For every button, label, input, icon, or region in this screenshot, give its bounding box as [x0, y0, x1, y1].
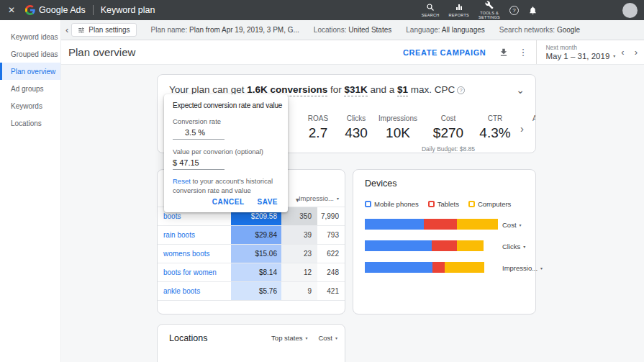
sidebar-item-keywords[interactable]: Keywords [0, 97, 60, 114]
plan-name-value: Plan from Apr 19, 2019, 3 PM, G... [189, 26, 299, 34]
headline-cost[interactable]: $31K [344, 84, 367, 96]
plan-settings-bar: ‹ Plan settings Plan name: Plan from Apr… [61, 20, 644, 40]
collapse-chevron-icon[interactable]: ‹ [65, 27, 68, 34]
top-app-bar: ✕ Google Ads Keyword plan SEARCH REPORTS… [0, 0, 644, 20]
sliders-icon [78, 27, 85, 34]
conversion-rate-input[interactable]: 3.5 % [173, 126, 225, 140]
help-button[interactable]: ? [509, 6, 519, 15]
top-states-dropdown[interactable]: Top states ▾ [271, 334, 307, 342]
value-text: $15.06 [255, 250, 277, 258]
conversion-rate-dialog: Expected conversion rate and value Conve… [164, 94, 288, 212]
bar-segment-computer [445, 262, 485, 273]
google-g-icon [25, 5, 35, 15]
metric-cell: 12 [281, 263, 317, 281]
search-icon [426, 3, 435, 12]
sidebar-item-grouped-ideas[interactable]: Grouped ideas [0, 45, 60, 63]
plan-name-label: Plan name: [151, 26, 188, 34]
daily-budget-link[interactable]: Daily Budget: $8.85 [422, 145, 475, 153]
table-row: boots for women $8.14 12 248 [158, 263, 345, 282]
cancel-button[interactable]: CANCEL [212, 198, 245, 206]
metric-text: 39 [304, 231, 312, 239]
bar-segment-tablet [432, 262, 445, 273]
impressions-cell: 793 [317, 226, 345, 244]
search-label: SEARCH [422, 13, 440, 17]
locations-field: Locations: United States [314, 26, 391, 34]
app-page-title: Keyword plan [101, 5, 155, 15]
metric-text: 9 [307, 287, 312, 295]
sidebar-item-ad-groups[interactable]: Ad groups [0, 80, 60, 97]
download-button[interactable] [499, 47, 509, 58]
value-per-conversion-input[interactable]: $ 47.15 [173, 156, 225, 170]
impressions-bar-dropdown[interactable]: Impressio... ▾ [502, 264, 543, 272]
bar-segment-mobile [365, 262, 432, 273]
value-cell: $5.76 [231, 282, 281, 300]
scroll-right-chevron-icon[interactable]: › [520, 122, 524, 135]
clicks-bar-dropdown[interactable]: Clicks ▾ [502, 243, 525, 250]
impressions-cell: 7,990 [317, 207, 345, 225]
caret-down-icon: ▾ [520, 222, 522, 227]
metric-text: 12 [304, 268, 312, 276]
collapse-card-chevron-icon[interactable]: ⌄ [516, 85, 525, 95]
tools-settings-button[interactable]: TOOLS & SETTINGS [479, 1, 500, 19]
cost-label: Cost [318, 334, 332, 342]
search-button[interactable]: SEARCH [422, 3, 440, 17]
reset-link[interactable]: Reset [173, 177, 191, 185]
value-text: $8.14 [259, 268, 277, 276]
headline-text: for [327, 84, 344, 95]
date-range-value: May 1 – 31, 2019 [545, 52, 609, 60]
table-row: womens boots $15.06 23 622 [158, 245, 345, 263]
bar-segment-mobile [365, 240, 432, 251]
save-button[interactable]: SAVE [258, 198, 278, 206]
notifications-bell-icon[interactable] [528, 6, 538, 15]
next-period-chevron-icon[interactable]: › [635, 47, 638, 58]
cost-bar-dropdown[interactable]: Cost ▾ [502, 221, 522, 229]
keyword-link[interactable]: rain boots [158, 226, 231, 244]
locations-value: United States [348, 26, 391, 34]
legend-mobile-phones[interactable]: Mobile phones [365, 200, 419, 208]
sidebar-item-locations[interactable]: Locations [0, 114, 60, 132]
page-header: Plan overview CREATE CAMPAIGN ⋮ Next mon… [61, 40, 644, 65]
plan-headline: Your plan can get 1.6K conversions for $… [158, 75, 535, 95]
main-content: Your plan can get 1.6K conversions for $… [61, 65, 644, 362]
create-campaign-button[interactable]: CREATE CAMPAIGN [403, 48, 486, 57]
legend-label: Tablets [437, 200, 459, 208]
account-avatar[interactable] [622, 3, 638, 18]
value-per-conversion-label: Value per converion (optional) [173, 148, 279, 155]
impressions-column-header[interactable]: Impressio... ▾ [299, 194, 339, 202]
caret-down-icon: ▾ [523, 244, 525, 249]
legend-computers[interactable]: Computers [468, 200, 511, 208]
help-circle-icon[interactable]: ? [457, 86, 465, 94]
left-nav-sidebar: Keyword ideas Grouped ideas Plan overvie… [0, 20, 61, 362]
tablet-icon [428, 201, 435, 207]
devices-legend: Mobile phones Tablets Computers [365, 200, 511, 208]
cost-stacked-bar [365, 219, 498, 230]
legend-tablets[interactable]: Tablets [428, 200, 459, 208]
bar-segment-tablet [432, 240, 457, 251]
sidebar-item-plan-overview[interactable]: Plan overview [0, 63, 60, 80]
plan-settings-button[interactable]: Plan settings [71, 23, 136, 37]
keyword-link[interactable]: womens boots [158, 245, 231, 263]
search-networks-value: Google [557, 26, 580, 34]
headline-text: max. CPC [408, 84, 455, 95]
date-range-selector[interactable]: Next month May 1 – 31, 2019 ▾ [545, 44, 615, 60]
bar-label: Clicks [502, 243, 520, 250]
headline-text: Your plan can get [169, 84, 247, 95]
keyword-link[interactable]: ankle boots [158, 282, 231, 300]
impressions-header-label: Impressio... [299, 194, 334, 202]
kebab-menu-icon[interactable]: ⋮ [518, 47, 527, 58]
language-field: Language: All languages [406, 26, 485, 34]
prev-period-chevron-icon[interactable]: ‹ [621, 47, 624, 58]
close-icon[interactable]: ✕ [8, 5, 15, 15]
headline-max-cpc[interactable]: $1 [397, 84, 408, 96]
sidebar-item-keyword-ideas[interactable]: Keyword ideas [0, 28, 60, 45]
keywords-rows: boots $209.58 350 7,990 rain boots $29.8… [158, 207, 345, 301]
date-range-label: Next month [545, 44, 615, 51]
reports-button[interactable]: REPORTS [449, 3, 470, 17]
plan-name-field: Plan name: Plan from Apr 19, 2019, 3 PM,… [151, 26, 299, 34]
dialog-title: Expected conversion rate and value [173, 101, 279, 109]
locations-cost-dropdown[interactable]: Cost ▾ [318, 334, 337, 342]
locations-card: Locations Top states ▾ Cost ▾ [157, 324, 345, 362]
caret-down-icon: ▾ [335, 335, 337, 340]
metric-cell: 23 [281, 245, 317, 263]
keyword-link[interactable]: boots for women [158, 263, 231, 281]
